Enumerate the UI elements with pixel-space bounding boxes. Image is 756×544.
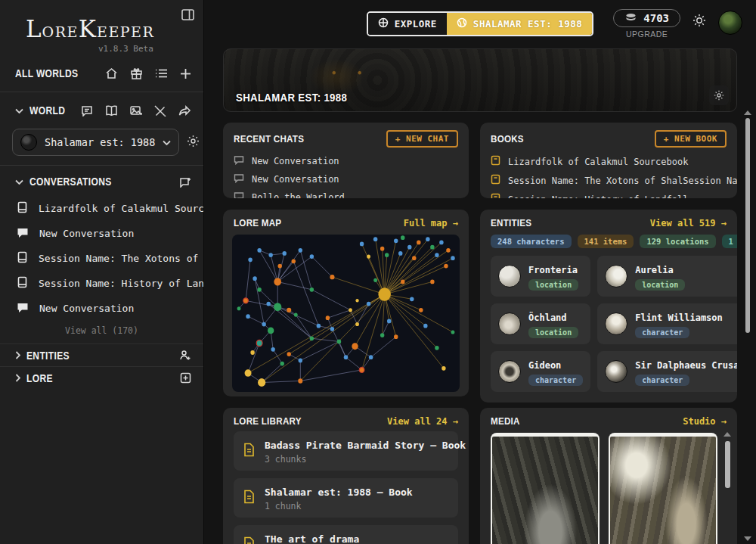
- media-scrollbar-thumb[interactable]: [725, 441, 730, 488]
- library-item[interactable]: Shalamar est: 1988 — Book1 chunk: [234, 478, 458, 518]
- locations-count-badge[interactable]: 129 locations: [640, 235, 715, 248]
- conversations-section-header[interactable]: CONVERSATIONS: [0, 169, 203, 194]
- app-logo: LOREKEEPER v1.8.3 Beta: [0, 0, 203, 54]
- faction-count-badge[interactable]: 1 faction: [722, 235, 737, 248]
- library-item-title: THe art of drama: [265, 533, 359, 544]
- scroll-up-arrow[interactable]: [723, 432, 731, 437]
- scroll-down-arrow[interactable]: [744, 536, 751, 541]
- add-lore-icon[interactable]: [180, 372, 191, 384]
- add-world-icon[interactable]: [180, 68, 191, 79]
- entity-type-badge: character: [635, 375, 689, 386]
- book-item[interactable]: Session Name: The Xotons of ShalSession …: [480, 171, 737, 190]
- conversation-item[interactable]: Lizardfolk of Calakmul Source…: [0, 196, 203, 221]
- sidebar-collapse-icon[interactable]: [181, 9, 194, 23]
- media-thumbnail[interactable]: [491, 433, 600, 544]
- new-book-button[interactable]: + NEW BOOK: [655, 130, 727, 148]
- library-item[interactable]: THe art of drama6 chunks: [234, 525, 458, 544]
- world-image-add-icon[interactable]: [130, 105, 142, 117]
- library-view-all-link[interactable]: View all 24 →: [387, 416, 458, 427]
- world-tools-icon[interactable]: [154, 105, 166, 117]
- book-icon: [491, 174, 500, 187]
- entity-count-badges: 248 characters 141 items 129 locations 1…: [480, 233, 737, 256]
- banner-settings-gear-icon[interactable]: [709, 85, 729, 105]
- world-selector[interactable]: Shalamar est: 1988: [12, 129, 179, 156]
- conversation-item[interactable]: Session Name: The Xotons of S…: [0, 246, 203, 271]
- world-selector-value: Shalamar est: 1988: [45, 136, 155, 148]
- lore-library-panel: LORE LIBRARY View all 24 → Badass Pirate…: [223, 408, 469, 544]
- entity-type-badge: location: [635, 279, 685, 291]
- conversation-item[interactable]: New Conversation: [0, 296, 203, 321]
- conversation-title: Session Name: History of Land…: [39, 278, 203, 289]
- world-book-icon[interactable]: [105, 105, 118, 116]
- lore-map-graph-container[interactable]: [232, 235, 460, 392]
- entity-card-grid: Fronterialocation Aurelialocation Öchlan…: [480, 256, 737, 403]
- main-content: EXPLORE SHALAMAR EST: 1988 4703 UPGRADE: [204, 0, 756, 544]
- book-item[interactable]: Lizardfolk of Calakmul Sourcebook: [480, 152, 737, 171]
- entity-avatar: [605, 360, 627, 383]
- gift-icon[interactable]: [130, 67, 143, 79]
- conversations-view-all[interactable]: View all (170): [0, 321, 203, 343]
- chat-item[interactable]: New Conversation: [223, 170, 469, 188]
- books-panel: BOOKS + NEW BOOK Lizardfolk of Calakmul …: [480, 123, 737, 198]
- entity-card[interactable]: Sir Dalphaeus Crusadecharacter: [597, 351, 737, 392]
- entity-card[interactable]: Gideoncharacter: [491, 351, 590, 392]
- person-add-icon[interactable]: [179, 350, 191, 361]
- entity-card[interactable]: Aurelialocation: [597, 256, 737, 297]
- chat-outline-icon: [234, 191, 244, 198]
- chat-item[interactable]: New Conversation: [223, 152, 469, 170]
- conversation-item[interactable]: New Conversation: [0, 221, 203, 246]
- credits-pill[interactable]: 4703: [613, 9, 680, 27]
- entity-card[interactable]: Fronterialocation: [491, 256, 590, 297]
- book-item-label: Session Name: History of Landfall: [508, 194, 688, 199]
- world-settings-gear-icon[interactable]: [187, 135, 200, 151]
- entities-section-header[interactable]: ENTITIES: [0, 343, 203, 366]
- library-item[interactable]: Badass Pirate Barmaid Story — Book3 chun…: [234, 431, 458, 471]
- full-map-link[interactable]: Full map →: [404, 218, 458, 228]
- book-item[interactable]: Session Name: History of Landfall: [480, 190, 737, 198]
- theme-toggle-sun-icon[interactable]: [692, 14, 706, 30]
- characters-count-badge[interactable]: 248 characters: [491, 235, 572, 248]
- list-icon[interactable]: [155, 68, 168, 79]
- chevron-down-icon: [163, 140, 171, 145]
- conversation-title: New Conversation: [39, 228, 134, 239]
- items-count-badge[interactable]: 141 items: [578, 235, 634, 248]
- entities-section-label: ENTITIES: [26, 350, 70, 362]
- user-avatar[interactable]: [718, 11, 742, 35]
- entity-avatar: [498, 265, 521, 288]
- media-scrollbar[interactable]: [724, 434, 731, 544]
- world-chat-icon[interactable]: [81, 105, 93, 117]
- conversation-title: Session Name: The Xotons of S…: [39, 253, 203, 264]
- library-item-meta: 3 chunks: [265, 454, 466, 465]
- sidebar: LOREKEEPER v1.8.3 Beta ALL WORLDS WORLD: [0, 0, 204, 544]
- entity-card[interactable]: Öchlandlocation: [491, 303, 590, 344]
- home-icon[interactable]: [105, 67, 118, 79]
- entity-avatar: [605, 312, 627, 335]
- book-item-label: Lizardfolk of Calakmul Sourcebook: [508, 157, 688, 167]
- entities-view-all-link[interactable]: View all 519 →: [650, 218, 727, 228]
- library-item-title: Shalamar est: 1988 — Book: [265, 486, 413, 498]
- chevron-right-icon: [15, 374, 20, 382]
- explore-tab[interactable]: EXPLORE: [368, 13, 447, 35]
- world-section-header[interactable]: WORLD: [0, 95, 203, 126]
- lore-section-header[interactable]: LORE: [0, 366, 203, 389]
- main-scrollbar[interactable]: [745, 112, 751, 541]
- scroll-up-arrow[interactable]: [744, 110, 751, 115]
- studio-link[interactable]: Studio →: [683, 416, 727, 427]
- world-share-icon[interactable]: [178, 105, 191, 116]
- main-scrollbar-thumb[interactable]: [745, 118, 750, 333]
- chat-item[interactable]: Bollo the Warlord: [223, 188, 469, 198]
- new-conversation-icon[interactable]: [179, 176, 191, 188]
- new-chat-button[interactable]: + NEW CHAT: [386, 130, 458, 148]
- lore-section-label: LORE: [26, 372, 53, 384]
- media-thumbnail[interactable]: [609, 433, 717, 544]
- entity-card[interactable]: Flint Williamsoncharacter: [597, 303, 737, 344]
- conversation-item[interactable]: Session Name: History of Land…: [0, 271, 203, 296]
- active-world-tab[interactable]: SHALAMAR EST: 1988: [447, 13, 592, 35]
- all-worlds-label: ALL WORLDS: [15, 67, 78, 79]
- conversation-list: Lizardfolk of Calakmul Source… New Conve…: [0, 194, 203, 321]
- world-globe-icon: [457, 17, 467, 30]
- book-icon: [491, 193, 500, 198]
- upgrade-link[interactable]: UPGRADE: [626, 30, 668, 39]
- chevron-right-icon: [15, 351, 20, 359]
- conversations-label: CONVERSATIONS: [29, 176, 112, 188]
